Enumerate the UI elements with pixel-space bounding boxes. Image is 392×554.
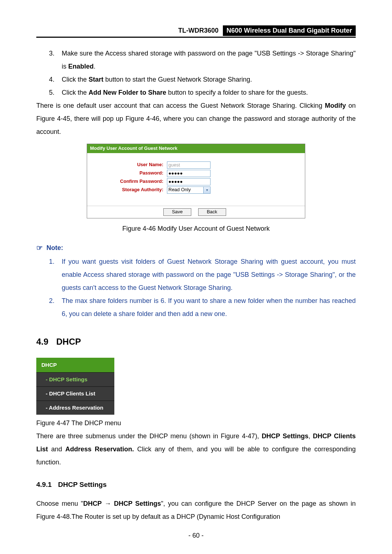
form-row-confirm: Confirm Password: ●●●●● (91, 178, 301, 185)
list-body: Click the Add New Folder to Share button… (62, 86, 356, 99)
list-marker: 2. (49, 294, 62, 320)
list-body: Click the Start button to start the Gues… (62, 73, 356, 86)
storage-authority-select[interactable]: Read Only ▾ (167, 186, 211, 194)
list-item: 1. If you want guests visit folders of G… (49, 255, 356, 294)
list-marker: 4. (49, 73, 62, 86)
section-heading: 4.9DHCP (36, 333, 356, 350)
chevron-down-icon: ▾ (203, 187, 210, 193)
pointing-hand-icon: ☞ (36, 241, 43, 255)
dhcp-menu: DHCP - DHCP Settings - DHCP Clients List… (36, 358, 114, 415)
figure-caption: Figure 4-46 Modify User Account of Guest… (36, 222, 356, 235)
list-marker: 5. (49, 86, 62, 99)
figure-caption: Figure 4-47 The DHCP menu (36, 416, 356, 430)
note-heading: ☞ Note: (36, 241, 356, 255)
label-password: Password: (91, 170, 167, 176)
page-number: - 60 - (0, 532, 392, 539)
modify-account-panel: Modify User Account of Guest Network Use… (87, 144, 305, 218)
save-button[interactable]: Save (163, 208, 191, 216)
dhcp-menu-header[interactable]: DHCP (36, 358, 114, 373)
list-marker: 3. (49, 47, 62, 73)
note-list: 1. If you want guests visit folders of G… (36, 255, 356, 320)
paragraph: There is one default user account that c… (36, 99, 356, 138)
page: TL-WDR3600N600 Wireless Dual Band Gigabi… (0, 0, 392, 554)
subsection-title: DHCP Settings (58, 481, 107, 488)
subsection-heading: 4.9.1DHCP Settings (36, 478, 356, 492)
form-row-storage: Storage Authority: Read Only ▾ (91, 186, 301, 194)
label-username: User Name: (91, 162, 167, 168)
button-row: Save Back (87, 206, 305, 218)
form-area: User Name: guest Password: ●●●●● Confirm… (87, 153, 305, 206)
page-header: TL-WDR3600N600 Wireless Dual Band Gigabi… (36, 25, 356, 38)
figure-wrap: Modify User Account of Guest Network Use… (36, 142, 356, 235)
form-row-password: Password: ●●●●● (91, 170, 301, 177)
list-item: 4. Click the Start button to start the G… (49, 73, 356, 86)
header-model: TL-WDR3600 (175, 26, 221, 35)
list-marker: 1. (49, 255, 62, 294)
section-number: 4.9 (36, 333, 56, 350)
select-value: Read Only (168, 187, 191, 193)
list-body: Make sure the Access shared storage with… (62, 47, 356, 73)
paragraph: There are three submenus under the DHCP … (36, 430, 356, 469)
page-content: 3. Make sure the Access shared storage w… (36, 38, 356, 523)
list-body: The max share folders number is 6. If yo… (62, 294, 356, 320)
note-label: Note: (46, 241, 63, 254)
list-body: If you want guests visit folders of Gues… (62, 255, 356, 294)
subsection-number: 4.9.1 (36, 478, 58, 492)
username-input[interactable]: guest (167, 161, 211, 169)
header-description: N600 Wireless Dual Band Gigabit Router (223, 25, 356, 36)
panel-title: Modify User Account of Guest Network (87, 144, 305, 153)
label-storage-authority: Storage Authority: (91, 187, 167, 193)
section-title: DHCP (56, 337, 81, 346)
form-row-username: User Name: guest (91, 161, 301, 169)
list-item: 5. Click the Add New Folder to Share but… (49, 86, 356, 99)
label-confirm-password: Confirm Password: (91, 178, 167, 185)
dhcp-menu-item-settings[interactable]: - DHCP Settings (36, 373, 114, 387)
confirm-password-input[interactable]: ●●●●● (167, 178, 211, 185)
dhcp-menu-item-clients[interactable]: - DHCP Clients List (36, 387, 114, 401)
password-input[interactable]: ●●●●● (167, 170, 211, 177)
instruction-list: 3. Make sure the Access shared storage w… (36, 47, 356, 99)
list-item: 3. Make sure the Access shared storage w… (49, 47, 356, 73)
paragraph: Choose menu "DHCP → DHCP Settings", you … (36, 497, 356, 523)
dhcp-menu-item-reservation[interactable]: - Address Reservation (36, 401, 114, 415)
list-item: 2. The max share folders number is 6. If… (49, 294, 356, 320)
back-button[interactable]: Back (198, 208, 226, 216)
